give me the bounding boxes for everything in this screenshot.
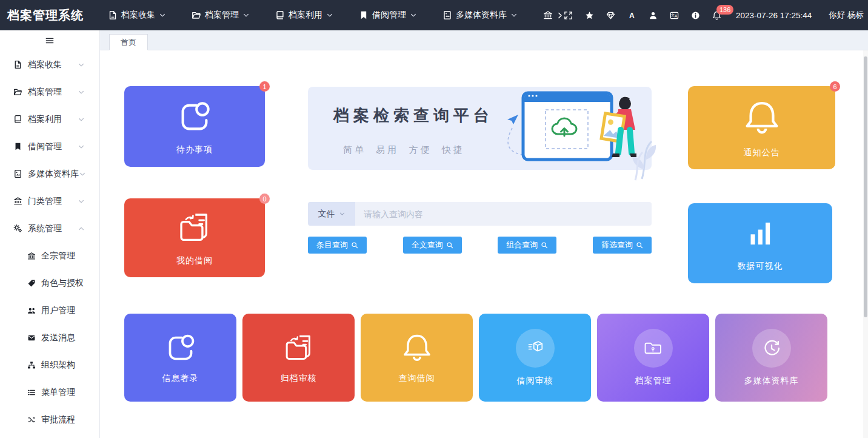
sidebar-item-archive-collect[interactable]: 档案收集	[0, 51, 99, 78]
home-page: 1 待办事项 档案检索查询平台 简单 易用 方便 快捷	[100, 50, 868, 438]
quick-card-archive-manage[interactable]: 档案管理	[597, 314, 709, 402]
sidebar-item-category-manage[interactable]: 门类管理	[0, 187, 99, 215]
chevron-down-icon	[78, 198, 85, 205]
notification-bell[interactable]: 136	[712, 11, 721, 20]
filter-query-button[interactable]: 筛选查询	[593, 237, 652, 254]
button-label: 条目查询	[316, 240, 348, 251]
top-menu-item-borrow-manage[interactable]: 借阅管理	[359, 10, 417, 21]
quick-card-info-entry[interactable]: 信息著录	[124, 314, 236, 402]
combo-query-button[interactable]: 组合查询	[498, 237, 556, 254]
gears-icon	[13, 224, 22, 233]
top-menu-label: 档案利用	[289, 10, 322, 21]
sidebar-item-borrow-manage[interactable]: 借阅管理	[0, 133, 99, 160]
bank-icon	[13, 197, 22, 206]
chevron-down-icon	[339, 211, 346, 217]
quick-card-borrow-review[interactable]: 借阅审核	[479, 314, 591, 402]
folder-lock-icon	[643, 337, 664, 359]
chevron-down-icon	[159, 12, 166, 19]
todo-card[interactable]: 1 待办事项	[124, 86, 265, 167]
sidebar-subitem-roles-auth[interactable]: 角色与授权	[0, 269, 99, 297]
top-menu-item-multimedia[interactable]: 多媒体资料库	[442, 10, 518, 21]
sidebar-item-label: 系统管理	[28, 223, 62, 234]
user-icon[interactable]	[649, 11, 658, 20]
search-input[interactable]	[355, 202, 652, 226]
top-menu-item-archive-collect[interactable]: 档案收集	[108, 10, 166, 21]
top-navbar: 档案管理系统 档案收集 档案管理 档案利用 借阅管理 多媒体资料库	[0, 0, 868, 30]
chevron-down-icon	[79, 170, 86, 178]
sidebar-subitem-user-manage[interactable]: 用户管理	[0, 297, 99, 324]
media-file-icon	[13, 169, 22, 178]
button-label: 筛选查询	[601, 240, 633, 251]
notice-card[interactable]: 6 通知公告	[688, 86, 835, 169]
top-menu: 档案收集 档案管理 档案利用 借阅管理 多媒体资料库 门类管理	[108, 10, 555, 21]
scrollbar-thumb[interactable]	[864, 56, 867, 317]
sidebar-item-label: 菜单管理	[41, 387, 75, 398]
sidebar-item-label: 档案收集	[28, 59, 62, 70]
sidebar-item-system-manage[interactable]: 系统管理	[0, 215, 99, 242]
star-icon[interactable]	[585, 11, 594, 20]
file-icon	[13, 60, 22, 69]
sidebar-item-multimedia[interactable]: 多媒体资料库	[0, 160, 99, 187]
tag-icon	[27, 279, 36, 288]
tab-home[interactable]: 首页	[109, 34, 148, 50]
card-label: 待办事项	[176, 144, 213, 155]
sidebar: 档案收集 档案管理 档案利用 借阅管理 多媒体资料库 门类管理 系统管理 全宗管…	[0, 30, 100, 438]
sidebar-item-label: 档案利用	[28, 114, 62, 125]
top-menu-label: 档案收集	[121, 10, 155, 21]
card-label: 借阅审核	[517, 376, 553, 386]
banner-subtitle: 简单 易用 方便 快捷	[343, 144, 465, 156]
sidebar-collapse-toggle[interactable]	[0, 30, 99, 51]
top-menu-label: 档案管理	[205, 10, 239, 21]
search-category-select[interactable]: 文件	[308, 202, 355, 226]
sidebar-subitem-approval-flow[interactable]: 审批流程	[0, 406, 99, 433]
fullscreen-icon[interactable]	[564, 11, 573, 20]
card-label: 多媒体资料库	[744, 376, 799, 386]
data-visualization-card[interactable]: 数据可视化	[688, 203, 832, 283]
todo-badge: 1	[259, 81, 270, 92]
chevron-down-icon	[78, 61, 85, 69]
top-menu-item-category-manage[interactable]: 门类管理	[543, 10, 555, 21]
quick-card-multimedia-library[interactable]: 多媒体资料库	[715, 314, 827, 402]
cube-icon	[524, 337, 546, 359]
top-menu-label: 借阅管理	[372, 10, 406, 21]
entry-query-button[interactable]: 条目查询	[308, 237, 367, 254]
sidebar-subitem-org-structure[interactable]: 组织架构	[0, 351, 99, 379]
search-icon	[636, 241, 643, 249]
translate-icon[interactable]	[670, 11, 679, 20]
sidebar-item-label: 借阅管理	[28, 141, 62, 152]
clipboard-icon	[164, 331, 198, 365]
sidebar-subitem-menu-manage[interactable]: 菜单管理	[0, 379, 99, 406]
sidebar-item-label: 用户管理	[41, 305, 75, 316]
gem-icon[interactable]	[606, 11, 615, 20]
icon-circle	[516, 329, 555, 368]
sidebar-item-archive-manage[interactable]: 档案管理	[0, 78, 99, 106]
top-menu-item-archive-manage[interactable]: 档案管理	[192, 10, 250, 21]
info-icon[interactable]	[691, 11, 700, 20]
quick-card-query-borrow[interactable]: 查询借阅	[361, 314, 473, 402]
bell-icon	[741, 98, 783, 139]
bookmark-icon	[359, 10, 369, 20]
icon-circle	[752, 329, 791, 368]
banner-illustration	[499, 88, 655, 190]
my-borrow-card[interactable]: 0 我的借阅	[124, 198, 265, 277]
sidebar-subitem-send-message[interactable]: 发送消息	[0, 324, 99, 351]
quick-cards-row: 信息著录 归档审核 查询借阅 借阅审核 档案管理	[124, 314, 827, 402]
search-icon	[446, 241, 453, 249]
sidebar-subitem-fonds-manage[interactable]: 全宗管理	[0, 242, 99, 269]
fulltext-query-button[interactable]: 全文查询	[403, 237, 462, 254]
top-menu-item-archive-use[interactable]: 档案利用	[275, 10, 333, 21]
folder-open-icon	[13, 87, 22, 96]
chevron-up-icon	[78, 225, 85, 232]
chevron-right-icon[interactable]	[556, 12, 564, 19]
card-label: 数据可视化	[738, 261, 783, 272]
bank-icon	[27, 252, 36, 260]
shuffle-icon	[27, 416, 36, 424]
folder-doc-icon	[282, 331, 316, 365]
quick-card-archive-review[interactable]: 归档审核	[242, 314, 355, 402]
sidebar-item-archive-use[interactable]: 档案利用	[0, 106, 99, 133]
greeting-text: 你好 杨标	[829, 10, 864, 21]
sidebar-item-label: 组织架构	[41, 360, 75, 371]
chevron-down-icon	[410, 12, 417, 19]
font-size-icon[interactable]	[627, 11, 636, 20]
sidebar-item-label: 发送消息	[41, 332, 75, 343]
